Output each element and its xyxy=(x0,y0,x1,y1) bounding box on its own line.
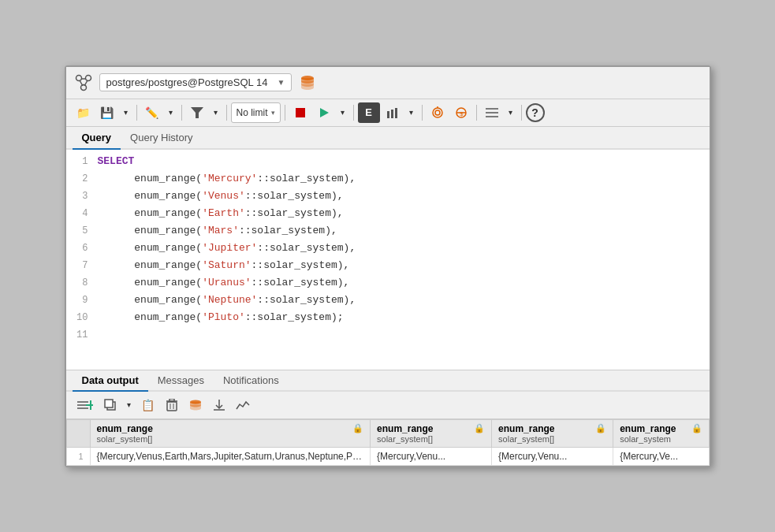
cell-row1-col2[interactable]: {Mercury,Venu... xyxy=(371,447,492,465)
svg-rect-10 xyxy=(387,111,389,118)
col1-lock-icon: 🔒 xyxy=(352,423,363,433)
copy-button[interactable] xyxy=(99,395,121,415)
macros2-button[interactable]: $ xyxy=(450,102,472,123)
save-dropdown-button[interactable]: ▾ xyxy=(120,102,132,123)
svg-marker-7 xyxy=(191,107,203,118)
svg-point-13 xyxy=(433,108,442,117)
svg-rect-31 xyxy=(170,399,174,401)
tab-query[interactable]: Query xyxy=(73,127,121,150)
svg-rect-29 xyxy=(167,402,177,411)
svg-marker-9 xyxy=(320,108,329,117)
save-button[interactable]: 💾 xyxy=(96,102,118,123)
connection-label: postgres/postgres@PostgreSQL 14 xyxy=(106,76,268,88)
toolbar-separator-3 xyxy=(226,105,227,121)
table-row: 1 {Mercury,Venus,Earth,Mars,Jupiter,Satu… xyxy=(66,447,709,465)
svg-text:$: $ xyxy=(460,110,464,117)
editor-line-9: 9 enum_range('Neptune'::solar_system), xyxy=(66,292,710,309)
cell-row1-col4[interactable]: {Mercury,Ve... xyxy=(613,447,709,465)
editor-line-10: 10 enum_range('Pluto'::solar_system); xyxy=(66,309,710,326)
filter-button[interactable] xyxy=(186,102,208,123)
svg-rect-8 xyxy=(296,108,305,117)
delete-button[interactable] xyxy=(161,395,183,415)
sql-editor[interactable]: 1 SELECT 2 enum_range('Mercury'::solar_s… xyxy=(66,150,710,370)
query-tabs: Query Query History xyxy=(66,127,710,150)
stop-button[interactable] xyxy=(289,102,311,123)
editor-line-4: 4 enum_range('Earth'::solar_system), xyxy=(66,205,710,222)
play-dropdown-button[interactable]: ▾ xyxy=(337,102,349,123)
explain-button[interactable]: E xyxy=(358,102,380,123)
svg-rect-12 xyxy=(395,108,397,118)
tab-query-history[interactable]: Query History xyxy=(121,127,202,150)
filter-dropdown-button[interactable]: ▾ xyxy=(210,102,222,123)
toolbar-separator-5 xyxy=(353,105,354,121)
cell-row1-col3[interactable]: {Mercury,Venu... xyxy=(492,447,613,465)
play-button[interactable] xyxy=(313,102,335,123)
db-icon xyxy=(296,72,319,94)
toolbar-separator-7 xyxy=(476,105,477,121)
svg-line-4 xyxy=(80,80,83,86)
svg-point-1 xyxy=(85,75,91,80)
no-limit-label: No limit xyxy=(237,107,268,118)
svg-point-2 xyxy=(80,84,86,90)
no-limit-arrow-icon: ▾ xyxy=(271,109,275,117)
open-file-button[interactable]: 📁 xyxy=(73,102,95,123)
explain-chart-button[interactable] xyxy=(382,102,404,123)
editor-line-1: 1 SELECT xyxy=(66,153,710,170)
save-data-button[interactable] xyxy=(184,395,207,415)
svg-point-14 xyxy=(435,110,440,115)
col-header-4[interactable]: enum_range 🔒 solar_system xyxy=(613,419,709,447)
data-output-table: enum_range 🔒 solar_system[] enum_range 🔒… xyxy=(66,419,710,466)
macros1-button[interactable] xyxy=(427,102,449,123)
svg-point-0 xyxy=(76,75,81,80)
col3-lock-icon: 🔒 xyxy=(595,423,606,433)
toolbar-separator-8 xyxy=(521,105,522,121)
download-button[interactable] xyxy=(208,395,230,415)
toolbar-separator-4 xyxy=(285,105,285,121)
col2-lock-icon: 🔒 xyxy=(474,423,485,433)
toolbar-separator-2 xyxy=(181,105,182,121)
col4-lock-icon: 🔒 xyxy=(691,423,702,433)
edit-button[interactable]: ✏️ xyxy=(141,102,163,123)
editor-line-3: 3 enum_range('Venus'::solar_system), xyxy=(66,188,710,205)
row-number: 1 xyxy=(66,447,90,465)
col-header-rownum xyxy=(66,419,90,447)
toolbar-separator-1 xyxy=(136,105,137,121)
connection-bar: postgres/postgres@PostgreSQL 14 ▼ xyxy=(66,67,710,99)
svg-rect-11 xyxy=(391,110,393,118)
tab-messages[interactable]: Messages xyxy=(148,370,214,392)
connection-arrow-icon: ▼ xyxy=(277,78,285,87)
help-button[interactable]: ? xyxy=(526,103,545,122)
col-header-1[interactable]: enum_range 🔒 solar_system[] xyxy=(90,419,371,447)
connection-icon xyxy=(73,72,95,94)
explain-dropdown-button[interactable]: ▾ xyxy=(405,102,418,123)
editor-line-5: 5 enum_range('Mars'::solar_system), xyxy=(66,222,710,240)
edit-dropdown-button[interactable]: ▾ xyxy=(165,102,177,123)
no-limit-dropdown[interactable]: No limit ▾ xyxy=(231,102,281,123)
main-toolbar: 📁 💾 ▾ ✏️ ▾ ▾ No limit ▾ ▾ E xyxy=(66,99,710,127)
connection-selector[interactable]: postgres/postgres@PostgreSQL 14 ▼ xyxy=(99,73,292,91)
copy-dropdown-button[interactable]: ▾ xyxy=(123,395,136,415)
add-row-button[interactable] xyxy=(73,395,98,415)
tab-data-output[interactable]: Data output xyxy=(73,370,148,392)
svg-rect-28 xyxy=(105,400,113,407)
cell-row1-col1[interactable]: {Mercury,Venus,Earth,Mars,Jupiter,Saturn… xyxy=(90,447,371,465)
tab-notifications[interactable]: Notifications xyxy=(214,370,289,392)
col-header-3[interactable]: enum_range 🔒 solar_system[] xyxy=(492,419,613,447)
output-toolbar: ▾ 📋 xyxy=(66,392,710,419)
editor-line-2: 2 enum_range('Mercury'::solar_system), xyxy=(66,170,710,188)
editor-line-11: 11 xyxy=(66,326,710,344)
editor-line-8: 8 enum_range('Uranus'::solar_system), xyxy=(66,274,710,292)
editor-line-6: 6 enum_range('Jupiter'::solar_system), xyxy=(66,240,710,257)
main-window: postgres/postgres@PostgreSQL 14 ▼ 📁 💾 ▾ … xyxy=(65,65,711,467)
toolbar-separator-6 xyxy=(422,105,423,121)
svg-line-5 xyxy=(84,80,88,86)
list-button[interactable] xyxy=(481,102,503,123)
list-dropdown-button[interactable]: ▾ xyxy=(505,102,517,123)
col-header-2[interactable]: enum_range 🔒 solar_system[] xyxy=(371,419,492,447)
editor-line-7: 7 enum_range('Saturn'::solar_system), xyxy=(66,257,710,274)
output-tabs: Data output Messages Notifications xyxy=(66,370,710,392)
paste-button[interactable]: 📋 xyxy=(137,395,159,415)
graph-button[interactable] xyxy=(232,395,254,415)
